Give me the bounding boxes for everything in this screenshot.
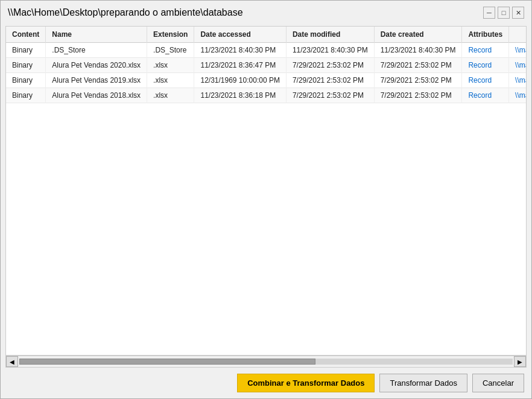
cell-name: Alura Pet Vendas 2019.xlsx bbox=[46, 73, 147, 88]
window-title: \\Mac\Home\Desktop\preparando o ambiente… bbox=[8, 7, 243, 18]
cell-attributes[interactable]: Record bbox=[462, 73, 509, 88]
cell-date_created: 11/23/2021 8:40:30 PM bbox=[374, 43, 462, 58]
file-table-container: Content Name Extension Date accessed Dat… bbox=[5, 26, 527, 356]
cell-date_modified: 7/29/2021 2:53:02 PM bbox=[286, 88, 374, 103]
cell-attributes[interactable]: Record bbox=[462, 43, 509, 58]
cell-content: Binary bbox=[6, 88, 46, 103]
cell-folder[interactable]: \\mac\Home\D bbox=[509, 43, 527, 58]
main-window: \\Mac\Home\Desktop\preparando o ambiente… bbox=[0, 0, 532, 399]
scroll-thumb[interactable] bbox=[19, 359, 315, 365]
cell-date_modified: 7/29/2021 2:53:02 PM bbox=[286, 58, 374, 73]
col-header-name[interactable]: Name bbox=[46, 27, 147, 43]
cell-date_modified: 11/23/2021 8:40:30 PM bbox=[286, 43, 374, 58]
cell-date_accessed: 11/23/2021 8:36:47 PM bbox=[194, 58, 286, 73]
titlebar: \\Mac\Home\Desktop\preparando o ambiente… bbox=[1, 1, 531, 24]
col-header-date-accessed[interactable]: Date accessed bbox=[194, 27, 286, 43]
cell-date_created: 7/29/2021 2:53:02 PM bbox=[374, 88, 462, 103]
cell-date_created: 7/29/2021 2:53:02 PM bbox=[374, 73, 462, 88]
cell-content: Binary bbox=[6, 43, 46, 58]
cancel-button[interactable]: Cancelar bbox=[472, 374, 524, 392]
cell-date_accessed: 11/23/2021 8:36:18 PM bbox=[194, 88, 286, 103]
col-header-extension[interactable]: Extension bbox=[147, 27, 194, 43]
cell-attributes[interactable]: Record bbox=[462, 88, 509, 103]
horizontal-scrollbar[interactable]: ◀ ▶ bbox=[5, 356, 527, 368]
table-row[interactable]: BinaryAlura Pet Vendas 2020.xlsx.xlsx11/… bbox=[6, 58, 527, 73]
maximize-button[interactable]: □ bbox=[498, 7, 510, 19]
combine-transform-button[interactable]: Combinar e Transformar Dados bbox=[237, 374, 375, 392]
table-row[interactable]: BinaryAlura Pet Vendas 2019.xlsx.xlsx12/… bbox=[6, 73, 527, 88]
col-header-date-modified[interactable]: Date modified bbox=[286, 27, 374, 43]
footer: Combinar e Transformar Dados Transformar… bbox=[1, 368, 531, 398]
cell-folder[interactable]: \\mac\Home\D bbox=[509, 88, 527, 103]
col-header-folder[interactable] bbox=[509, 27, 527, 43]
cell-folder[interactable]: \\mac\Home\D bbox=[509, 58, 527, 73]
cell-name: Alura Pet Vendas 2018.xlsx bbox=[46, 88, 147, 103]
cell-folder[interactable]: \\mac\Home\D bbox=[509, 73, 527, 88]
minimize-button[interactable]: ─ bbox=[483, 7, 495, 19]
cell-content: Binary bbox=[6, 73, 46, 88]
cell-extension: .xlsx bbox=[147, 73, 194, 88]
cell-date_modified: 7/29/2021 2:53:02 PM bbox=[286, 73, 374, 88]
cell-date_created: 7/29/2021 2:53:02 PM bbox=[374, 58, 462, 73]
col-header-content[interactable]: Content bbox=[6, 27, 46, 43]
cell-extension: .xlsx bbox=[147, 88, 194, 103]
scroll-track[interactable] bbox=[19, 359, 513, 365]
file-table: Content Name Extension Date accessed Dat… bbox=[6, 27, 527, 103]
transform-button[interactable]: Transformar Dados bbox=[379, 374, 467, 392]
cell-date_accessed: 11/23/2021 8:40:30 PM bbox=[194, 43, 286, 58]
cell-extension: .DS_Store bbox=[147, 43, 194, 58]
scroll-left-button[interactable]: ◀ bbox=[6, 356, 18, 367]
table-row[interactable]: Binary.DS_Store.DS_Store11/23/2021 8:40:… bbox=[6, 43, 527, 58]
table-body: Binary.DS_Store.DS_Store11/23/2021 8:40:… bbox=[6, 43, 527, 103]
table-header-row: Content Name Extension Date accessed Dat… bbox=[6, 27, 527, 43]
col-header-date-created[interactable]: Date created bbox=[374, 27, 462, 43]
col-header-attributes[interactable]: Attributes bbox=[462, 27, 509, 43]
cell-name: .DS_Store bbox=[46, 43, 147, 58]
cell-attributes[interactable]: Record bbox=[462, 58, 509, 73]
cell-name: Alura Pet Vendas 2020.xlsx bbox=[46, 58, 147, 73]
cell-content: Binary bbox=[6, 58, 46, 73]
window-controls: ─ □ ✕ bbox=[483, 7, 524, 19]
scroll-right-button[interactable]: ▶ bbox=[514, 356, 526, 367]
cell-date_accessed: 12/31/1969 10:00:00 PM bbox=[194, 73, 286, 88]
close-button[interactable]: ✕ bbox=[512, 7, 524, 19]
cell-extension: .xlsx bbox=[147, 58, 194, 73]
table-row[interactable]: BinaryAlura Pet Vendas 2018.xlsx.xlsx11/… bbox=[6, 88, 527, 103]
